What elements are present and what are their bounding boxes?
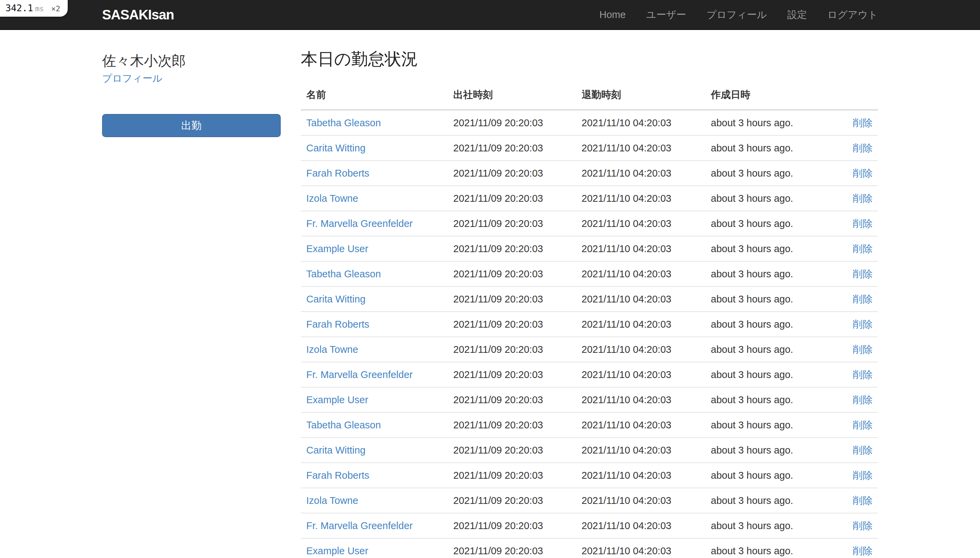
cell-departure: 2021/11/10 04:20:03 — [576, 488, 706, 513]
cell-departure: 2021/11/10 04:20:03 — [576, 513, 706, 538]
cell-arrival: 2021/11/09 20:20:03 — [448, 538, 576, 558]
cell-departure: 2021/11/10 04:20:03 — [576, 110, 706, 135]
cell-departure: 2021/11/10 04:20:03 — [576, 538, 706, 558]
user-link[interactable]: Tabetha Gleason — [306, 117, 381, 128]
cell-created: about 3 hours ago. — [706, 211, 840, 236]
cell-created: about 3 hours ago. — [706, 438, 840, 463]
brand-logo[interactable]: SASAKIsan — [102, 7, 174, 23]
cell-departure: 2021/11/10 04:20:03 — [576, 236, 706, 261]
user-link[interactable]: Example User — [306, 243, 368, 254]
user-link[interactable]: Tabetha Gleason — [306, 420, 381, 430]
nav-link-settings[interactable]: 設定 — [777, 0, 817, 30]
cell-delete: 削除 — [840, 186, 878, 211]
cell-departure: 2021/11/10 04:20:03 — [576, 412, 706, 438]
table-row: Fr. Marvella Greenfelder2021/11/09 20:20… — [301, 211, 878, 236]
table-row: Izola Towne2021/11/09 20:20:032021/11/10… — [301, 488, 878, 513]
cell-delete: 削除 — [840, 412, 878, 438]
header-arrival: 出社時刻 — [448, 82, 576, 110]
cell-delete: 削除 — [840, 438, 878, 463]
cell-departure: 2021/11/10 04:20:03 — [576, 463, 706, 488]
user-link[interactable]: Tabetha Gleason — [306, 268, 381, 279]
cell-created: about 3 hours ago. — [706, 337, 840, 362]
table-row: Fr. Marvella Greenfelder2021/11/09 20:20… — [301, 513, 878, 538]
delete-link[interactable]: 削除 — [853, 294, 872, 305]
user-link[interactable]: Izola Towne — [306, 495, 358, 506]
table-row: Farah Roberts2021/11/09 20:20:032021/11/… — [301, 312, 878, 337]
cell-created: about 3 hours ago. — [706, 261, 840, 287]
cell-departure: 2021/11/10 04:20:03 — [576, 387, 706, 412]
user-link[interactable]: Farah Roberts — [306, 470, 369, 481]
delete-link[interactable]: 削除 — [853, 168, 872, 179]
delete-link[interactable]: 削除 — [853, 420, 872, 430]
delete-link[interactable]: 削除 — [853, 545, 872, 556]
delete-link[interactable]: 削除 — [853, 268, 872, 279]
cell-delete: 削除 — [840, 362, 878, 387]
table-row: Carita Witting2021/11/09 20:20:032021/11… — [301, 135, 878, 161]
clock-in-button[interactable]: 出勤 — [102, 114, 281, 137]
cell-delete: 削除 — [840, 135, 878, 161]
cell-delete: 削除 — [840, 387, 878, 412]
navbar: SASAKIsan Home ユーザー プロフィール 設定 ログアウト — [0, 0, 980, 30]
nav-link-users[interactable]: ユーザー — [636, 0, 696, 30]
attendance-table: 名前 出社時刻 退勤時刻 作成日時 Tabetha Gleason2021/11… — [301, 82, 878, 558]
user-link[interactable]: Izola Towne — [306, 344, 358, 355]
profiler-unit: ms — [35, 5, 44, 13]
cell-departure: 2021/11/10 04:20:03 — [576, 337, 706, 362]
cell-departure: 2021/11/10 04:20:03 — [576, 438, 706, 463]
profiler-time: 342.1 — [5, 3, 33, 13]
user-link[interactable]: Fr. Marvella Greenfelder — [306, 218, 413, 229]
delete-link[interactable]: 削除 — [853, 520, 872, 531]
profile-link[interactable]: プロフィール — [102, 73, 163, 84]
user-link[interactable]: Fr. Marvella Greenfelder — [306, 369, 413, 380]
cell-name: Example User — [301, 236, 448, 261]
user-link[interactable]: Farah Roberts — [306, 319, 369, 330]
delete-link[interactable]: 削除 — [853, 319, 872, 330]
cell-delete: 削除 — [840, 287, 878, 312]
cell-arrival: 2021/11/09 20:20:03 — [448, 236, 576, 261]
user-link[interactable]: Fr. Marvella Greenfelder — [306, 520, 413, 531]
delete-link[interactable]: 削除 — [853, 344, 872, 355]
cell-name: Carita Witting — [301, 135, 448, 161]
profiler-badge[interactable]: 342.1 ms ×2 — [0, 0, 68, 17]
table-header-row: 名前 出社時刻 退勤時刻 作成日時 — [301, 82, 878, 110]
delete-link[interactable]: 削除 — [853, 470, 872, 481]
cell-delete: 削除 — [840, 236, 878, 261]
nav-link-home[interactable]: Home — [589, 0, 635, 30]
delete-link[interactable]: 削除 — [853, 445, 872, 456]
table-row: Example User2021/11/09 20:20:032021/11/1… — [301, 538, 878, 558]
delete-link[interactable]: 削除 — [853, 143, 872, 153]
user-link[interactable]: Izola Towne — [306, 193, 358, 204]
cell-name: Carita Witting — [301, 287, 448, 312]
nav-links: Home ユーザー プロフィール 設定 ログアウト — [589, 0, 878, 30]
user-link[interactable]: Example User — [306, 394, 368, 405]
cell-delete: 削除 — [840, 110, 878, 135]
user-link[interactable]: Carita Witting — [306, 294, 366, 305]
user-link[interactable]: Example User — [306, 545, 368, 556]
page-title: 本日の勤怠状況 — [301, 49, 878, 69]
nav-link-profile[interactable]: プロフィール — [696, 0, 777, 30]
cell-arrival: 2021/11/09 20:20:03 — [448, 211, 576, 236]
delete-link[interactable]: 削除 — [853, 394, 872, 405]
cell-name: Tabetha Gleason — [301, 110, 448, 135]
sidebar: 佐々木小次郎 プロフィール 出勤 — [102, 30, 301, 137]
delete-link[interactable]: 削除 — [853, 369, 872, 380]
delete-link[interactable]: 削除 — [853, 193, 872, 204]
cell-arrival: 2021/11/09 20:20:03 — [448, 161, 576, 186]
cell-delete: 削除 — [840, 513, 878, 538]
cell-departure: 2021/11/10 04:20:03 — [576, 186, 706, 211]
cell-departure: 2021/11/10 04:20:03 — [576, 261, 706, 287]
delete-link[interactable]: 削除 — [853, 218, 872, 229]
cell-departure: 2021/11/10 04:20:03 — [576, 161, 706, 186]
delete-link[interactable]: 削除 — [853, 243, 872, 254]
cell-name: Farah Roberts — [301, 463, 448, 488]
user-link[interactable]: Carita Witting — [306, 143, 366, 153]
delete-link[interactable]: 削除 — [853, 117, 872, 128]
user-link[interactable]: Farah Roberts — [306, 168, 369, 179]
cell-name: Farah Roberts — [301, 161, 448, 186]
cell-departure: 2021/11/10 04:20:03 — [576, 312, 706, 337]
nav-link-logout[interactable]: ログアウト — [817, 0, 878, 30]
table-row: Tabetha Gleason2021/11/09 20:20:032021/1… — [301, 110, 878, 135]
cell-delete: 削除 — [840, 211, 878, 236]
delete-link[interactable]: 削除 — [853, 495, 872, 506]
user-link[interactable]: Carita Witting — [306, 445, 366, 456]
